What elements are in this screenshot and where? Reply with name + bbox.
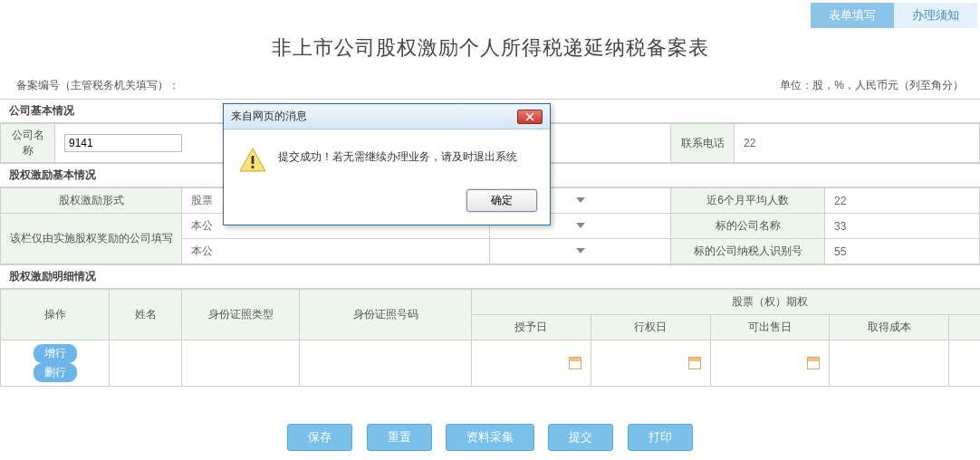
print-button[interactable]: 打印 xyxy=(628,424,693,451)
col-group: 股票（权）期权 xyxy=(472,290,981,315)
unit-label: 单位：股，%，人民币元（列至角分） xyxy=(780,78,964,93)
detail-table: 操作 姓名 身份证照类型 身份证照号码 股票（权）期权 授予日 行权日 可出售日… xyxy=(0,289,980,387)
col-sell: 可出售日 xyxy=(710,315,830,340)
company-name-input[interactable] xyxy=(64,134,182,152)
target-company-label: 标的公司名称 xyxy=(671,214,825,239)
phone-label: 联系电话 xyxy=(671,124,735,163)
incentive-type-label: 股权激励形式 xyxy=(1,188,182,214)
bottom-bar: 保存 重置 资料采集 提交 打印 xyxy=(0,424,980,451)
target-company-value[interactable]: 33 xyxy=(825,214,980,239)
message-dialog: 来自网页的消息 提交成功！若无需继续办理业务，请及时退出系统 确定 xyxy=(223,103,551,225)
cell-idno[interactable] xyxy=(300,340,472,387)
header-row: 备案编号（主管税务机关填写）： 单位：股，%，人民币元（列至角分） xyxy=(0,78,980,99)
chevron-down-icon xyxy=(574,245,587,258)
award-r3-v1[interactable]: 本公 xyxy=(182,239,490,264)
save-button[interactable]: 保存 xyxy=(287,424,352,451)
svg-rect-0 xyxy=(252,156,255,164)
warning-icon xyxy=(238,146,267,175)
phone-value[interactable]: 22 xyxy=(735,124,980,163)
col-stock: 股 xyxy=(949,315,980,340)
row-ops: 增行 删行 xyxy=(1,340,110,387)
cell-exer[interactable] xyxy=(591,340,710,387)
detail-scroll[interactable]: 操作 姓名 身份证照类型 身份证照号码 股票（权）期权 授予日 行权日 可出售日… xyxy=(0,289,980,387)
dialog-message: 提交成功！若无需继续办理业务，请及时退出系统 xyxy=(278,146,517,165)
tab-notice[interactable]: 办理须知 xyxy=(894,3,977,28)
reset-button[interactable]: 重置 xyxy=(367,424,432,451)
close-icon[interactable] xyxy=(517,110,543,124)
col-name: 姓名 xyxy=(110,290,182,340)
record-no-label: 备案编号（主管税务机关填写）： xyxy=(16,78,179,93)
add-row-button[interactable]: 增行 xyxy=(34,344,77,363)
col-idtype: 身份证照类型 xyxy=(182,290,300,340)
collect-button[interactable]: 资料采集 xyxy=(446,424,534,451)
calendar-icon xyxy=(807,357,820,369)
cell-cost[interactable] xyxy=(830,340,949,387)
cell-idtype[interactable] xyxy=(182,340,300,387)
submit-button[interactable]: 提交 xyxy=(548,424,613,451)
award-company-label: 该栏仅由实施股权奖励的公司填写 xyxy=(1,214,182,264)
cell-name[interactable] xyxy=(110,340,182,387)
col-cost: 取得成本 xyxy=(830,315,949,340)
avg-people-label: 近6个月平均人数 xyxy=(671,188,825,214)
cell-stock[interactable] xyxy=(949,340,980,387)
cell-sell[interactable] xyxy=(710,340,830,387)
dialog-title-text: 来自网页的消息 xyxy=(231,109,307,124)
chevron-down-icon xyxy=(574,195,587,207)
cell-grant[interactable] xyxy=(472,340,591,387)
ok-button[interactable]: 确定 xyxy=(466,189,537,212)
del-row-button[interactable]: 删行 xyxy=(34,363,77,382)
col-exer: 行权日 xyxy=(591,315,710,340)
calendar-icon xyxy=(688,357,701,369)
col-idno: 身份证照号码 xyxy=(300,290,472,340)
section-detail-header: 股权激励明细情况 xyxy=(0,264,980,289)
table-row: 增行 删行 xyxy=(1,340,981,387)
tab-form-fill[interactable]: 表单填写 xyxy=(811,3,894,28)
chevron-down-icon xyxy=(574,220,587,233)
col-op: 操作 xyxy=(1,290,110,340)
target-taxid-label: 标的公司纳税人识别号 xyxy=(671,239,825,264)
dialog-titlebar[interactable]: 来自网页的消息 xyxy=(224,104,550,129)
target-taxid-value[interactable]: 55 xyxy=(825,239,980,264)
calendar-icon xyxy=(569,357,581,369)
col-grant: 授予日 xyxy=(472,315,591,340)
avg-people-value[interactable]: 22 xyxy=(825,188,980,214)
top-tabs: 表单填写 办理须知 xyxy=(811,3,977,28)
company-name-label: 公司名称 xyxy=(1,124,55,163)
svg-rect-1 xyxy=(252,166,255,168)
incentive-dd3[interactable] xyxy=(490,239,671,264)
